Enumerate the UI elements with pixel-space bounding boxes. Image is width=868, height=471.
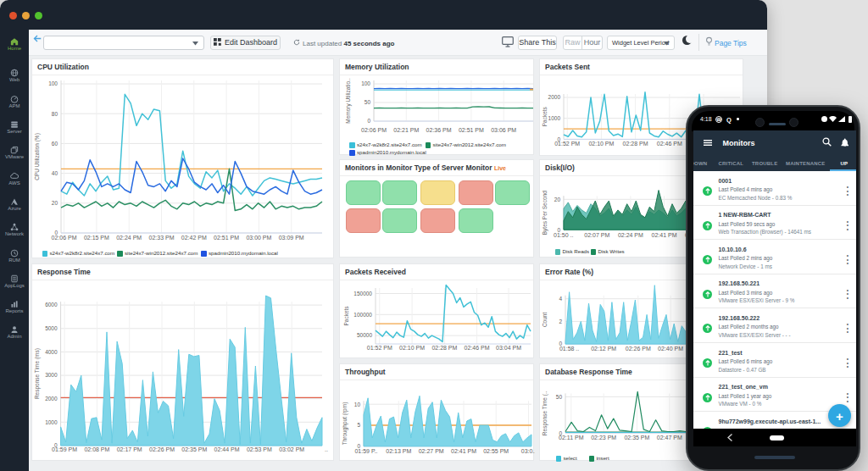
svg-text:02:06 PM: 02:06 PM xyxy=(52,235,77,241)
svg-text:2000: 2000 xyxy=(45,396,58,402)
svg-text:01:59 PM: 01:59 PM xyxy=(52,446,77,452)
svg-text:02:28 PM: 02:28 PM xyxy=(623,141,648,147)
svg-text:Memory Utilizatio..: Memory Utilizatio.. xyxy=(345,78,352,124)
svg-text:02:17 PM: 02:17 PM xyxy=(117,446,142,452)
svg-text:02:35 PM: 02:35 PM xyxy=(181,446,207,452)
svg-text:100: 100 xyxy=(48,80,58,86)
svg-text:03:00 PM: 03:00 PM xyxy=(246,235,271,241)
svg-text:02:42 PM: 02:42 PM xyxy=(181,235,207,241)
svg-text:02:33 PM: 02:33 PM xyxy=(149,235,175,241)
svg-text:50000: 50000 xyxy=(357,332,372,338)
svg-text:03:04 PM: 03:04 PM xyxy=(496,345,521,351)
svg-text:6000: 6000 xyxy=(45,302,58,308)
svg-text:01:52 PM: 01:52 PM xyxy=(554,141,580,147)
svg-text:150000: 150000 xyxy=(353,291,372,296)
svg-text:Bytes Per Second: Bytes Per Second xyxy=(542,191,548,235)
svg-text:02:40 PM: 02:40 PM xyxy=(658,346,683,352)
svg-text:02:35 PM: 02:35 PM xyxy=(624,435,649,441)
svg-text:02:10 PM: 02:10 PM xyxy=(399,345,425,351)
svg-text:02:26 PM: 02:26 PM xyxy=(626,346,651,352)
svg-text:02:23 PM: 02:23 PM xyxy=(591,435,616,441)
svg-text:02:53 PM: 02:53 PM xyxy=(247,446,272,452)
svg-text:02:46 PM: 02:46 PM xyxy=(657,141,682,147)
svg-text:100: 100 xyxy=(361,80,370,86)
svg-text:1000: 1000 xyxy=(548,115,561,121)
svg-text:03:06 PM: 03:06 PM xyxy=(491,127,516,133)
svg-text:02:06 PM: 02:06 PM xyxy=(361,127,387,133)
svg-text:CPU Utilization (%): CPU Utilization (%) xyxy=(34,133,41,180)
svg-text:50: 50 xyxy=(364,99,371,105)
svg-text:02:13 PM: 02:13 PM xyxy=(386,448,411,454)
svg-text:Throughput (rpm): Throughput (rpm) xyxy=(342,402,348,446)
svg-text:Packets: Packets xyxy=(542,106,548,126)
svg-text:02:28 PM: 02:28 PM xyxy=(431,345,457,351)
svg-text:02:55 PM: 02:55 PM xyxy=(483,448,509,454)
svg-text:20: 20 xyxy=(554,197,561,202)
svg-text:03:0..: 03:0.. xyxy=(521,448,535,454)
svg-text:02:47 PM: 02:47 PM xyxy=(657,435,682,441)
svg-text:02:27 PM: 02:27 PM xyxy=(419,448,444,454)
svg-text:Response Time (..: Response Time (.. xyxy=(542,391,548,435)
svg-text:20: 20 xyxy=(52,200,58,206)
svg-text:60: 60 xyxy=(52,141,58,147)
svg-text:02:51 PM: 02:51 PM xyxy=(214,235,239,241)
svg-text:02:21 PM: 02:21 PM xyxy=(393,127,419,133)
svg-text:2: 2 xyxy=(559,319,562,324)
svg-text:02:36 PM: 02:36 PM xyxy=(426,127,452,133)
svg-text:02:51 PM: 02:51 PM xyxy=(459,127,484,133)
svg-text:02:46 PM: 02:46 PM xyxy=(465,345,490,351)
svg-text:01:50 ..: 01:50 .. xyxy=(554,232,573,238)
svg-text:01:58 ..: 01:58 .. xyxy=(559,346,579,352)
svg-text:5000: 5000 xyxy=(45,325,58,331)
svg-text:4: 4 xyxy=(559,296,562,302)
svg-text:01:59 P..: 01:59 P.. xyxy=(354,448,377,454)
svg-text:03:09 PM: 03:09 PM xyxy=(279,235,304,241)
svg-text:2000: 2000 xyxy=(548,94,561,100)
svg-text:4000: 4000 xyxy=(45,349,58,355)
svg-text:5: 5 xyxy=(357,422,360,428)
svg-text:02:12 PM: 02:12 PM xyxy=(591,346,616,352)
svg-text:50: 50 xyxy=(556,394,563,400)
svg-text:Packets: Packets xyxy=(343,306,349,326)
svg-text:02:11 PM: 02:11 PM xyxy=(559,435,584,441)
svg-text:80: 80 xyxy=(52,111,58,117)
svg-text:03:02 PM: 03:02 PM xyxy=(279,446,304,452)
svg-text:3000: 3000 xyxy=(45,372,58,378)
svg-text:02:41 PM: 02:41 PM xyxy=(652,232,677,238)
svg-text:0: 0 xyxy=(367,118,370,124)
svg-text:Response Time (ms): Response Time (ms) xyxy=(34,348,41,399)
svg-text:Count: Count xyxy=(542,313,548,328)
svg-text:02:24 PM: 02:24 PM xyxy=(618,232,643,238)
svg-text:02:24 PM: 02:24 PM xyxy=(116,235,142,241)
svg-text:..: .. xyxy=(325,446,328,452)
svg-text:02:07 PM: 02:07 PM xyxy=(584,232,609,238)
svg-text:10: 10 xyxy=(354,402,361,407)
svg-text:01:52 PM: 01:52 PM xyxy=(367,345,392,351)
svg-text:02:15 PM: 02:15 PM xyxy=(84,235,109,241)
svg-text:40: 40 xyxy=(52,170,58,176)
svg-text:100000: 100000 xyxy=(353,312,372,318)
svg-text:02:26 PM: 02:26 PM xyxy=(149,446,175,452)
svg-text:1000: 1000 xyxy=(45,419,58,425)
svg-text:02:44 PM: 02:44 PM xyxy=(214,446,240,452)
svg-text:02:08 PM: 02:08 PM xyxy=(84,446,109,452)
svg-text:02:10 PM: 02:10 PM xyxy=(588,141,614,147)
svg-text:02:41 PM: 02:41 PM xyxy=(451,448,476,454)
